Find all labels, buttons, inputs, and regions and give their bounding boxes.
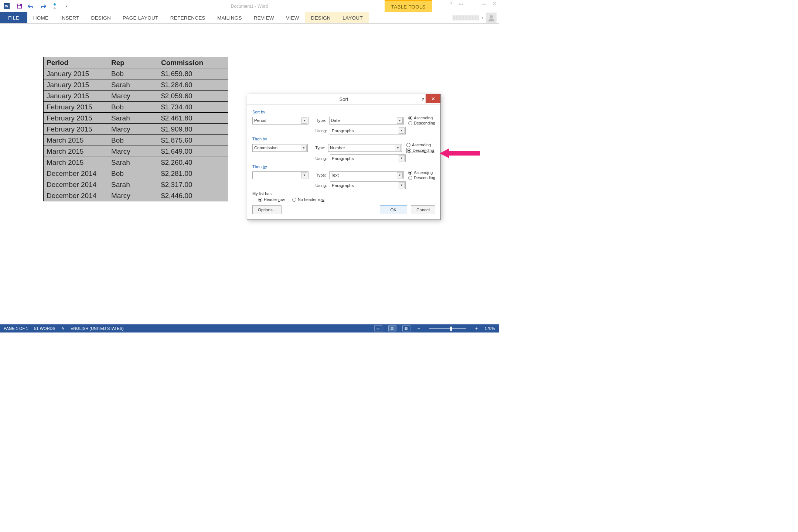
table-row[interactable]: January 2015Sarah$1,284.60 [44,79,228,91]
help-icon[interactable]: ? [450,1,452,6]
svg-point-4 [490,15,493,18]
dialog-close-button[interactable]: ✕ [426,94,440,103]
table-row[interactable]: February 2015Bob$1,734.40 [44,102,228,113]
zoom-slider[interactable] [429,328,466,329]
options-button[interactable]: Options... [252,205,282,214]
then-by-1-field-combo[interactable]: Commission▼ [252,144,308,152]
table-row[interactable]: December 2014Sarah$2,317.00 [44,179,228,190]
save-button[interactable] [14,1,24,11]
print-layout-view-button[interactable]: ▤ [388,325,396,331]
tab-design[interactable]: DESIGN [85,12,117,23]
chevron-down-icon: ▼ [399,127,405,134]
svg-rect-1 [17,4,20,6]
tab-view[interactable]: VIEW [280,12,305,23]
table-row[interactable]: March 2015Marcy$1,649.00 [44,146,228,157]
ribbon-tabs: FILE HOME INSERT DESIGN PAGE LAYOUT REFE… [0,12,499,24]
zoom-out-button[interactable]: − [416,326,421,331]
col-header-rep[interactable]: Rep [108,57,158,68]
type-label: Type: [311,118,326,123]
undo-button[interactable] [26,1,36,11]
then-by-2-type-combo[interactable]: Text▼ [329,171,404,179]
then-by-2-field-combo[interactable]: ▼ [252,171,308,179]
chevron-down-icon: ▼ [395,145,401,151]
then-by-2-label: Then by [252,164,435,169]
minimize-icon[interactable]: — [470,1,475,6]
tab-file[interactable]: FILE [0,12,27,23]
chevron-down-icon: ▼ [397,172,403,178]
sort-dialog: Sort ? ✕ Sort by Period▼ Type: Date▼ Asc… [247,94,441,220]
status-words[interactable]: 51 WORDS [34,326,55,331]
qat-customize-icon[interactable]: ▾ [61,1,72,11]
status-page[interactable]: PAGE 1 OF 1 [4,326,28,331]
tab-page-layout[interactable]: PAGE LAYOUT [117,12,164,23]
web-layout-view-button[interactable]: ▦ [402,325,410,331]
status-language[interactable]: ENGLISH (UNITED STATES) [71,326,124,331]
touch-mode-button[interactable] [50,1,60,11]
chevron-down-icon: ▼ [301,145,307,151]
window-controls: ? ▭ — ▭ ✕ [450,1,497,6]
table-row[interactable]: December 2014Marcy$2,446.00 [44,190,228,201]
user-area: ▾ [453,12,499,23]
restore-icon[interactable]: ▭ [481,1,486,6]
then-by-2-using-combo[interactable]: Paragraphs▼ [330,181,406,189]
dialog-help-icon[interactable]: ? [422,97,424,102]
header-row-radio[interactable]: Header row [258,197,285,202]
table-row[interactable]: February 2015Marcy$1,909.80 [44,124,228,135]
my-list-has-label: My list has [252,191,435,196]
ok-button[interactable]: OK [380,205,407,214]
table-tools-context-label: TABLE TOOLS [385,0,432,12]
table-row[interactable]: March 2015Sarah$2,260.40 [44,157,228,168]
sort2-descending-radio[interactable]: Descending [406,148,435,153]
tab-references[interactable]: REFERENCES [164,12,211,23]
sort1-descending-radio[interactable]: Descending [408,121,435,125]
window-title: Document1 - Word [231,4,268,9]
close-icon[interactable]: ✕ [492,1,497,6]
sort-by-label: Sort by [252,110,435,114]
user-menu-arrow[interactable]: ▾ [482,16,483,20]
tab-table-design[interactable]: DESIGN [305,12,337,23]
zoom-level[interactable]: 170% [485,326,495,331]
table-row[interactable]: December 2014Bob$2,281.00 [44,168,228,179]
svg-point-3 [54,3,56,6]
cancel-button[interactable]: Cancel [411,205,435,214]
table-row[interactable]: February 2015Sarah$2,461.80 [44,113,228,124]
sort-by-type-combo[interactable]: Date▼ [329,117,404,125]
using-label: Using: [312,129,327,133]
then-by-1-type-combo[interactable]: Number▼ [328,144,402,152]
status-bar: PAGE 1 OF 1 51 WORDS ✎ ENGLISH (UNITED S… [0,324,499,332]
user-name-blurred [453,15,479,20]
word-app-icon: W [4,3,10,9]
tab-table-layout[interactable]: LAYOUT [337,12,369,23]
sort2-ascending-radio[interactable]: Ascending [406,143,435,147]
chevron-down-icon: ▼ [399,155,405,161]
table-row[interactable]: January 2015Marcy$2,059.60 [44,91,228,102]
redo-button[interactable] [38,1,48,11]
tab-review[interactable]: REVIEW [248,12,280,23]
sort-by-using-combo[interactable]: Paragraphs▼ [330,127,406,134]
sort3-ascending-radio[interactable]: Ascending [408,170,435,175]
tab-insert[interactable]: INSERT [54,12,85,23]
table-row[interactable]: March 2015Bob$1,875.60 [44,135,228,146]
chevron-down-icon: ▼ [301,117,307,124]
no-header-row-radio[interactable]: No header row [292,197,324,202]
sort-by-field-combo[interactable]: Period▼ [252,117,308,125]
data-table[interactable]: Period Rep Commission January 2015Bob$1,… [43,57,228,201]
avatar[interactable] [486,13,497,23]
col-header-period[interactable]: Period [44,57,108,68]
proofing-icon[interactable]: ✎ [61,326,65,331]
table-row[interactable]: January 2015Bob$1,659.80 [44,68,228,79]
svg-rect-2 [17,6,21,8]
then-by-1-using-combo[interactable]: Paragraphs▼ [330,154,406,162]
ribbon-display-icon[interactable]: ▭ [459,1,463,6]
sort3-descending-radio[interactable]: Descending [408,175,435,180]
tab-mailings[interactable]: MAILINGS [211,12,248,23]
chevron-down-icon: ▼ [301,172,307,178]
zoom-in-button[interactable]: + [474,326,478,331]
dialog-title: Sort [340,96,348,102]
chevron-down-icon: ▼ [399,182,405,188]
col-header-commission[interactable]: Commission [158,57,228,68]
tab-home[interactable]: HOME [27,12,55,23]
sort1-ascending-radio[interactable]: Ascending [408,116,435,120]
read-mode-view-button[interactable]: ▭ [374,325,382,331]
dialog-titlebar[interactable]: Sort ? ✕ [247,94,440,105]
